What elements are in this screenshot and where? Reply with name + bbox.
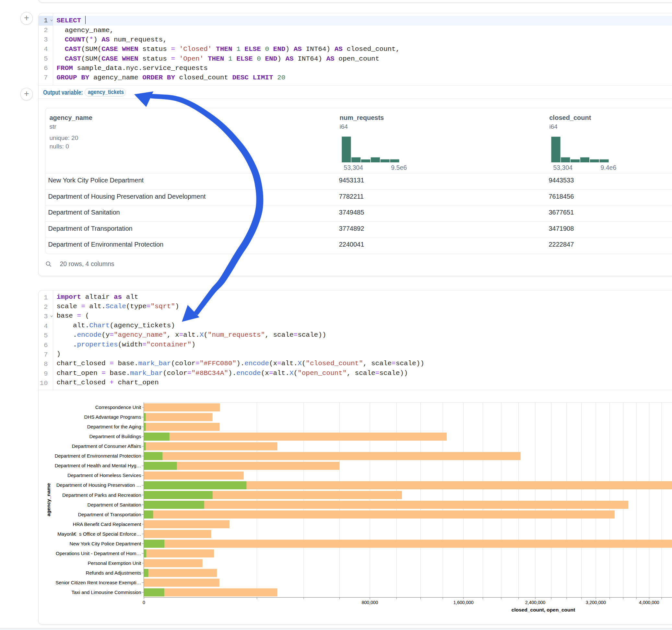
svg-text:Department for the Aging: Department for the Aging xyxy=(87,424,141,429)
svg-text:4,000,000: 4,000,000 xyxy=(639,600,659,605)
svg-text:Department of Buildings: Department of Buildings xyxy=(89,434,141,439)
svg-text:Personal Exemption Unit: Personal Exemption Unit xyxy=(88,560,141,566)
svg-text:0: 0 xyxy=(143,600,145,605)
svg-text:Department of Health and Menta: Department of Health and Mental Hyg… xyxy=(55,463,141,468)
svg-text:Department of Homeless Service: Department of Homeless Services xyxy=(67,472,141,478)
svg-text:Mayorâ€ s Office of Special E: Mayorâ€ s Office of Special Enforce… xyxy=(57,531,141,537)
svg-text:2,400,000: 2,400,000 xyxy=(525,600,545,605)
svg-text:Operations Unit - Department o: Operations Unit - Department of Hom… xyxy=(56,551,141,556)
svg-text:Department of Sanitation: Department of Sanitation xyxy=(88,502,141,508)
svg-text:agency_name: agency_name xyxy=(46,483,51,516)
svg-text:Department of Consumer Affairs: Department of Consumer Affairs xyxy=(72,443,141,449)
svg-text:Department of Transportation: Department of Transportation xyxy=(78,512,141,517)
svg-text:Taxi and Limousine Commission: Taxi and Limousine Commission xyxy=(71,589,141,595)
svg-text:Department of Housing Preserva: Department of Housing Preservation … xyxy=(56,482,141,488)
svg-text:HRA Benefit Card Replacement: HRA Benefit Card Replacement xyxy=(73,522,142,527)
svg-text:Refunds and Adjustments: Refunds and Adjustments xyxy=(86,570,141,576)
svg-text:New York City Police Departmen: New York City Police Department xyxy=(70,541,142,547)
svg-text:closed_count, open_count: closed_count, open_count xyxy=(511,607,575,612)
svg-text:Department of Environmental Pr: Department of Environmental Protection xyxy=(55,453,141,459)
svg-text:Senior Citizen Rent Increase E: Senior Citizen Rent Increase Exempti… xyxy=(55,580,141,585)
svg-text:800,000: 800,000 xyxy=(362,600,378,605)
svg-text:1,600,000: 1,600,000 xyxy=(454,600,474,605)
svg-text:Correspondence Unit: Correspondence Unit xyxy=(95,405,142,410)
svg-text:Department of Parks and Recrea: Department of Parks and Recreation xyxy=(62,492,141,498)
svg-text:3,200,000: 3,200,000 xyxy=(586,600,606,605)
svg-text:DHS Advantage Programs: DHS Advantage Programs xyxy=(84,414,141,420)
